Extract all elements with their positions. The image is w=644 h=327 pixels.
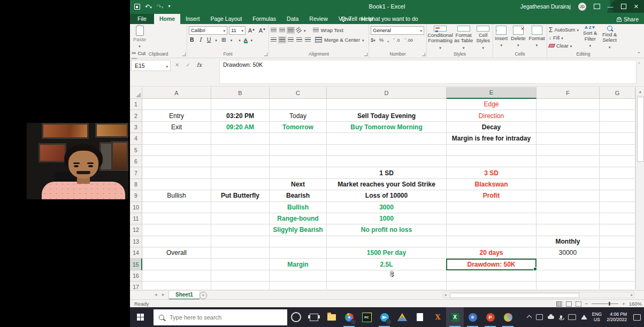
cell-D6[interactable]: [327, 156, 447, 167]
cell-G7[interactable]: [600, 167, 635, 178]
ribbon-tab-data[interactable]: Data: [281, 14, 304, 24]
cell-A4[interactable]: [142, 133, 211, 144]
cell-G11[interactable]: [600, 213, 635, 224]
cell-B17[interactable]: [211, 282, 270, 289]
cell-C17[interactable]: [270, 282, 327, 289]
fill-button[interactable]: ↓Fill: [549, 34, 579, 42]
cell-A5[interactable]: [142, 145, 211, 156]
telegram-icon[interactable]: [375, 307, 393, 327]
increase-indent-button[interactable]: [305, 37, 311, 42]
cell-F15[interactable]: [536, 259, 600, 270]
scroll-right-icon[interactable]: ▸: [631, 293, 633, 297]
cell-F9[interactable]: [536, 190, 600, 201]
google-drive-icon[interactable]: [393, 307, 411, 327]
cell-D1[interactable]: [327, 99, 447, 110]
cell-F1[interactable]: [536, 99, 600, 110]
column-header-D[interactable]: D: [327, 87, 447, 99]
row-header-1[interactable]: 1: [130, 99, 142, 110]
snowflake-app-icon[interactable]: ❄: [464, 307, 481, 327]
cell-G10[interactable]: [600, 202, 635, 213]
ribbon-tab-home[interactable]: Home: [154, 14, 180, 24]
cell-B9[interactable]: Put Butterfly: [211, 190, 270, 201]
cell-G3[interactable]: [600, 122, 635, 133]
cell-G17[interactable]: [600, 282, 635, 289]
row-header-17[interactable]: 17: [130, 282, 142, 289]
name-box[interactable]: E15: [131, 60, 171, 71]
page-layout-view-icon[interactable]: [566, 301, 572, 307]
cell-E8[interactable]: Blackswan: [447, 179, 536, 190]
decrease-decimal-button[interactable]: →.00: [403, 37, 413, 43]
share-button[interactable]: Share: [617, 16, 639, 22]
scroll-left-icon[interactable]: ◂: [444, 293, 447, 297]
column-header-B[interactable]: B: [211, 87, 270, 99]
align-left-button[interactable]: [271, 37, 277, 42]
cell-B8[interactable]: [211, 179, 270, 190]
cell-E4[interactable]: Margin is free for intraday: [447, 133, 536, 144]
notepad-icon[interactable]: [411, 307, 428, 327]
row-header-9[interactable]: 9: [130, 190, 142, 201]
cell-E5[interactable]: [447, 145, 536, 156]
language-indicator[interactable]: ENGUS: [592, 312, 602, 323]
cell-C12[interactable]: Sligyhly Bearish: [270, 224, 327, 236]
cell-A3[interactable]: Exit: [142, 122, 211, 133]
column-header-A[interactable]: A: [142, 87, 211, 99]
cell-A14[interactable]: Overall: [142, 247, 211, 259]
prev-sheet-icon[interactable]: ◂: [155, 292, 157, 297]
cell-F11[interactable]: [536, 213, 600, 224]
wifi-icon[interactable]: [581, 315, 587, 320]
cell-G14[interactable]: [600, 247, 635, 259]
underline-button[interactable]: U: [206, 36, 212, 43]
cell-B12[interactable]: [211, 224, 270, 236]
formula-input[interactable]: Drawdown: 50K: [219, 60, 637, 84]
decrease-indent-button[interactable]: [296, 37, 302, 42]
formula-bar-expand-icon[interactable]: ⌃: [637, 62, 641, 67]
row-header-6[interactable]: 6: [130, 156, 142, 167]
format-as-table-button[interactable]: Format as Table: [454, 26, 473, 50]
cell-B15[interactable]: [211, 259, 270, 270]
select-all-corner[interactable]: [130, 87, 142, 99]
action-center-icon[interactable]: [633, 314, 641, 321]
cell-C14[interactable]: [270, 247, 327, 259]
cell-C11[interactable]: Range-bound: [270, 213, 327, 224]
excel-icon[interactable]: X: [446, 307, 464, 327]
row-header-10[interactable]: 10: [130, 202, 142, 213]
ribbon-tab-file[interactable]: File: [130, 14, 154, 24]
file-explorer-icon[interactable]: [323, 307, 340, 327]
middle-align-button[interactable]: [279, 28, 285, 33]
row-header-16[interactable]: 16: [130, 270, 142, 282]
cell-F2[interactable]: [536, 110, 600, 121]
font-size-select[interactable]: 11: [229, 26, 246, 35]
cell-B16[interactable]: [211, 270, 270, 282]
cell-G16[interactable]: [600, 270, 635, 282]
cell-C2[interactable]: Today: [270, 110, 327, 121]
minimize-button[interactable]: —: [608, 3, 614, 10]
row-header-2[interactable]: 2: [130, 110, 142, 121]
cell-A15[interactable]: [142, 259, 211, 270]
cell-D14[interactable]: 1500 Per day: [327, 247, 447, 259]
show-hidden-icons-chevron[interactable]: [526, 315, 532, 321]
cell-styles-button[interactable]: Cell Styles: [475, 26, 491, 50]
comma-style-button[interactable]: ,: [387, 37, 389, 43]
clipboard-dialog-launcher[interactable]: [182, 53, 186, 56]
cell-A6[interactable]: [142, 156, 211, 167]
row-header-5[interactable]: 5: [130, 145, 142, 156]
cell-B1[interactable]: [211, 99, 270, 110]
cell-F3[interactable]: [536, 122, 600, 133]
row-header-8[interactable]: 8: [130, 179, 142, 190]
vertical-scrollbar[interactable]: ▲: [635, 87, 644, 289]
cell-C4[interactable]: [270, 133, 327, 144]
cell-B11[interactable]: [211, 213, 270, 224]
cell-A12[interactable]: [142, 224, 211, 236]
cell-C5[interactable]: [270, 145, 327, 156]
cortana-icon[interactable]: [287, 307, 305, 327]
insert-cells-button[interactable]: ← Insert: [495, 26, 508, 50]
cell-E1[interactable]: Edge: [447, 99, 536, 110]
wrap-text-button[interactable]: Wrap Text: [313, 27, 343, 33]
cell-E10[interactable]: [447, 202, 536, 213]
tell-me-box[interactable]: Tell me what you want to do: [341, 15, 418, 24]
enter-icon[interactable]: ✓: [186, 62, 190, 68]
column-header-G[interactable]: G: [600, 87, 635, 99]
cell-F7[interactable]: [536, 167, 600, 178]
zoom-level[interactable]: 160%: [629, 301, 642, 307]
powerpoint-icon[interactable]: P: [481, 307, 499, 327]
